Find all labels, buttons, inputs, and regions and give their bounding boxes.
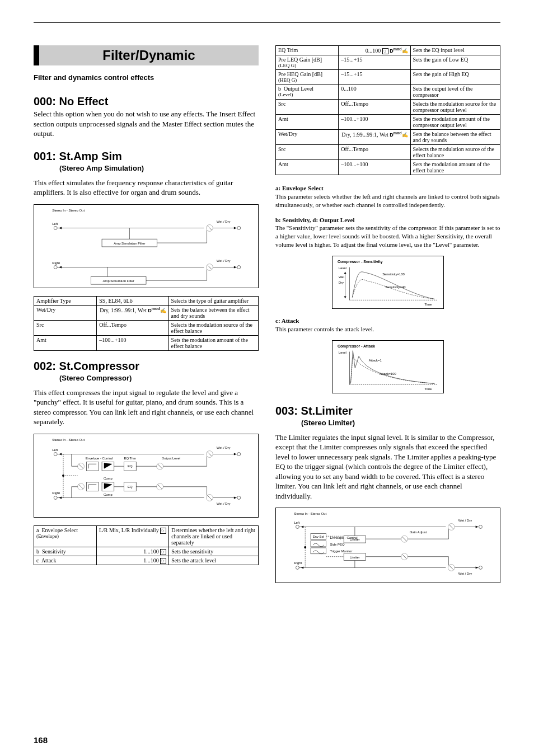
dmod-icon: Dmod✍	[390, 48, 407, 54]
fx-000-body: Select this option when you do not wish …	[34, 109, 259, 139]
svg-text:Level: Level	[339, 351, 346, 354]
svg-point-24	[237, 265, 241, 269]
param-range: Off...Tempo	[97, 320, 168, 335]
fx-003-body: The Limiter regulates the input signal l…	[275, 433, 500, 501]
table-row: Amt–100...+100Sets the modulation amount…	[276, 115, 500, 130]
svg-text:Attack=1: Attack=1	[369, 359, 382, 362]
svg-text:Left: Left	[294, 521, 300, 524]
param-range: –100...+100	[97, 335, 168, 350]
svg-text:Wet: Wet	[339, 275, 345, 279]
svg-rect-119	[311, 548, 326, 554]
section-caption: Filter and dynamics control effects	[34, 73, 259, 82]
svg-point-125	[296, 566, 299, 570]
table-row: a Envelope Select(Envelope)L/R Mix, L/R …	[34, 525, 259, 547]
fx-001-rows: Amplifier TypeSS, EL84, 6L6Selects the t…	[34, 296, 259, 350]
fx-003-title: 003: St.Limiter	[275, 405, 500, 417]
param-range: –100...+100	[339, 115, 410, 130]
param-desc: Sets the attack level	[169, 556, 259, 565]
svg-text:Right: Right	[52, 491, 60, 494]
table-row: Pre LEQ Gain [dB](LEQ G)–15...+15Sets th…	[276, 55, 500, 70]
param-name: Src	[276, 145, 339, 160]
param-desc: Selects the modulation source of the eff…	[410, 145, 500, 160]
param-range: –15...+15	[339, 70, 410, 84]
fx-000-title: 000: No Effect	[34, 95, 259, 108]
svg-text:Wet / Dry: Wet / Dry	[217, 502, 231, 505]
diagram-title: Stereo In - Stereo Out	[52, 209, 85, 212]
table-row: SrcOff...TempoSelects the modulation sou…	[34, 320, 259, 335]
param-range: 0...100 ☞ Dmod✍	[339, 46, 410, 55]
svg-text:Limiter: Limiter	[350, 556, 360, 559]
svg-rect-62	[86, 482, 99, 491]
fx-002-subtitle: (Stereo Compressor)	[59, 374, 259, 382]
fx-003-signal-diagram: Stereo In - Stereo Out Left Limiter Gain…	[275, 508, 500, 583]
param-name: Pre LEQ Gain [dB](LEQ G)	[276, 55, 339, 70]
page-number: 168	[34, 735, 48, 745]
param-range: SS, EL84, 6L6	[97, 296, 168, 305]
table-row: SrcOff...TempoSelects the modulation sou…	[276, 145, 500, 160]
param-desc: Sets the modulation amount of the effect…	[168, 335, 258, 350]
param-name: b Output Level(Level)	[276, 84, 339, 100]
fx-002-note-b: b: Sensitivity, d: Output Level The "Sen…	[275, 216, 500, 249]
fx-002-rows-a: a Envelope Select(Envelope)L/R Mix, L/R …	[34, 525, 259, 565]
param-name: EQ Trim	[276, 46, 339, 55]
table-row: Amt–100...+100Sets the modulation amount…	[34, 335, 259, 350]
svg-point-98	[296, 525, 299, 529]
svg-point-112	[479, 525, 483, 529]
dmod-icon: Dmod✍	[148, 308, 166, 313]
svg-text:Comp: Comp	[104, 493, 113, 496]
param-range: Off...Tempo	[339, 145, 410, 160]
param-range: 0...100	[339, 84, 410, 100]
svg-text:EQ Trim: EQ Trim	[124, 457, 137, 460]
param-range: –15...+15	[339, 55, 410, 70]
fx-002-signal-diagram: Stereo In - Stereo Out Left Envelope - C…	[34, 434, 259, 518]
param-name: Src	[276, 100, 339, 115]
param-name: Amt	[276, 115, 339, 130]
param-desc: Selects the type of guitar amplifier	[168, 296, 258, 305]
svg-rect-118	[311, 541, 326, 547]
svg-text:Gain Adjust: Gain Adjust	[410, 531, 427, 534]
svg-text:Stereo In - Stereo Out: Stereo In - Stereo Out	[52, 438, 85, 442]
table-row: EQ Trim0...100 ☞ Dmod✍Sets the EQ input …	[276, 46, 500, 55]
lr-icon: ☞	[160, 549, 166, 555]
svg-point-14	[54, 265, 57, 269]
param-desc: Determines whether the left and right ch…	[169, 525, 259, 547]
svg-text:EQ: EQ	[128, 464, 133, 468]
param-name: Wet/Dry	[276, 130, 339, 145]
svg-text:Envelope - Control: Envelope - Control	[86, 457, 113, 460]
svg-text:Time: Time	[425, 303, 432, 306]
attack-diagram: Compressor - Attack Level Attack=1 Attac…	[332, 340, 444, 393]
svg-text:Comp: Comp	[104, 477, 113, 480]
svg-text:Wet / Dry: Wet / Dry	[458, 519, 472, 522]
fx-003-subtitle: (Stereo Limiter)	[301, 419, 500, 427]
svg-text:Env Sel: Env Sel	[313, 536, 324, 539]
svg-text:Wet / Dry: Wet / Dry	[217, 219, 231, 223]
svg-text:Envelope - Control: Envelope - Control	[330, 537, 358, 540]
table-row: SrcOff...TempoSelects the modulation sou…	[276, 100, 500, 115]
param-range: Off...Tempo	[339, 100, 410, 115]
svg-text:Amp Simulation Filter: Amp Simulation Filter	[114, 242, 145, 245]
param-name: Amt	[276, 160, 339, 175]
fx-001-subtitle: (Stereo Amp Simulation)	[59, 164, 259, 172]
two-column-layout: Filter/Dynamic Filter and dynamics contr…	[34, 45, 500, 591]
param-range: Dry, 1:99...99:1, Wet Dmod✍	[97, 305, 168, 320]
fx-002-title: 002: St.Compressor	[34, 360, 259, 373]
svg-text:Attack=100: Attack=100	[380, 372, 396, 375]
sensitivity-diagram: Compressor - Sensitivity Level Sensitivi…	[332, 256, 444, 309]
param-name: Src	[34, 320, 97, 335]
fx-002-body: This effect compresses the input signal …	[34, 388, 259, 427]
svg-text:Amp Simulation Filter: Amp Simulation Filter	[103, 279, 134, 283]
param-desc: Sets the balance between the effect and …	[410, 130, 500, 145]
svg-text:Right: Right	[52, 261, 60, 264]
fx-001-param-table: Amplifier TypeSS, EL84, 6L6Selects the t…	[34, 296, 259, 351]
param-range: 1...100 ☞	[96, 556, 168, 565]
param-desc: Selects the modulation source of the eff…	[168, 320, 258, 335]
svg-text:Side PEQ: Side PEQ	[330, 543, 345, 546]
lr-icon: ☞	[160, 528, 166, 534]
param-desc: Sets the output level of the compressor	[410, 84, 500, 100]
param-name: Wet/Dry	[34, 305, 97, 320]
svg-text:Output Level: Output Level	[162, 457, 181, 460]
table-row: Wet/DryDry, 1:99...99:1, Wet Dmod✍Sets t…	[276, 130, 500, 145]
svg-text:Left: Left	[52, 448, 58, 452]
table-row: c Attack1...100 ☞Sets the attack level	[34, 556, 259, 565]
svg-point-28	[54, 452, 57, 456]
